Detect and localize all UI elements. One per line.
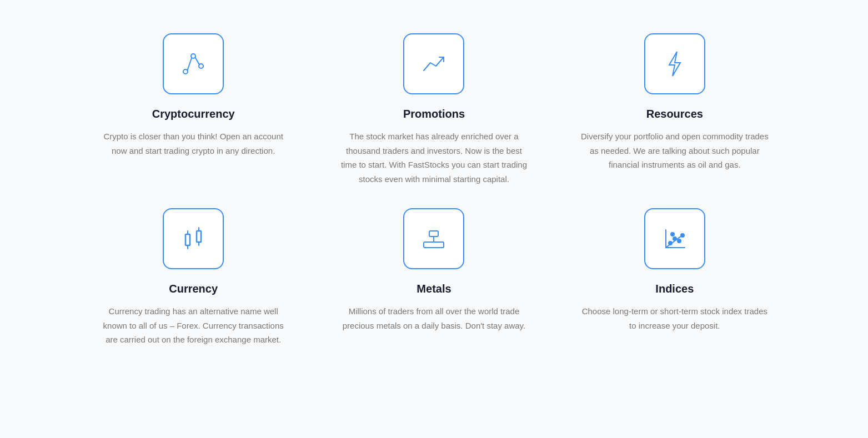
card-promotions: Promotions The stock market has already … xyxy=(330,33,538,186)
card-metals: Metals Millions of traders from all over… xyxy=(330,208,538,347)
card-currency: Currency Currency trading has an alterna… xyxy=(90,208,297,347)
svg-line-3 xyxy=(188,58,192,71)
crypto-icon xyxy=(163,33,224,94)
card-desc-metals: Millions of traders from all over the wo… xyxy=(339,304,528,333)
svg-line-4 xyxy=(195,58,200,65)
candlestick-icon xyxy=(163,208,224,269)
svg-marker-5 xyxy=(669,52,680,76)
chart-up-icon xyxy=(403,33,464,94)
card-resources: Resources Diversify your portfolio and o… xyxy=(571,33,778,186)
card-title-promotions: Promotions xyxy=(403,108,465,120)
card-desc-promotions: The stock market has already enriched ov… xyxy=(339,129,528,186)
svg-point-21 xyxy=(678,239,681,243)
svg-rect-13 xyxy=(424,242,444,248)
scatter-icon xyxy=(644,208,705,269)
card-indices: Indices Choose long-term or short-term s… xyxy=(571,208,778,347)
card-desc-indices: Choose long-term or short-term stock ind… xyxy=(580,304,769,333)
lightning-icon xyxy=(644,33,705,94)
card-desc-currency: Currency trading has an alternative name… xyxy=(99,304,288,347)
card-desc-resources: Diversify your portfolio and open commod… xyxy=(580,129,769,172)
card-title-resources: Resources xyxy=(646,108,703,120)
svg-rect-6 xyxy=(185,234,190,245)
svg-rect-12 xyxy=(429,231,438,236)
features-grid: Cryptocurrency Crypto is closer than you… xyxy=(46,0,823,380)
svg-point-23 xyxy=(671,233,674,236)
card-title-cryptocurrency: Cryptocurrency xyxy=(152,108,235,120)
card-cryptocurrency: Cryptocurrency Crypto is closer than you… xyxy=(90,33,297,186)
metals-icon xyxy=(403,208,464,269)
card-desc-cryptocurrency: Crypto is closer than you think! Open an… xyxy=(99,129,288,158)
card-title-indices: Indices xyxy=(655,283,694,295)
svg-rect-7 xyxy=(197,231,201,242)
card-title-currency: Currency xyxy=(169,283,218,295)
card-title-metals: Metals xyxy=(417,283,451,295)
